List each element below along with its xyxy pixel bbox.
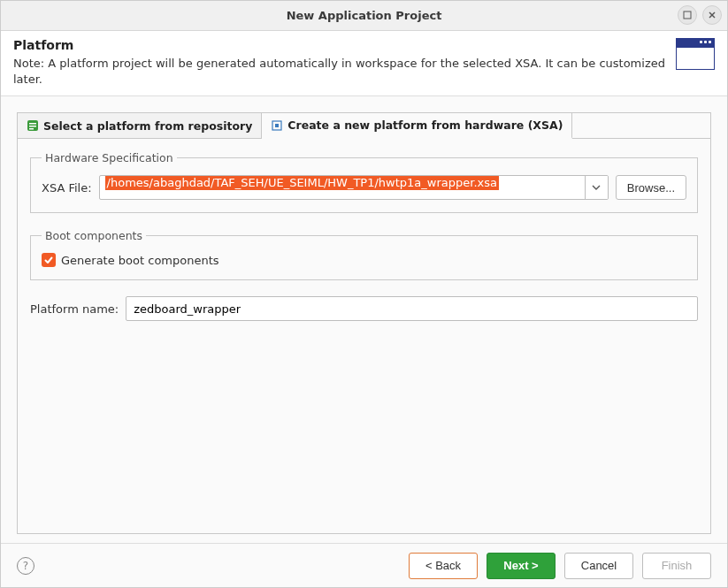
next-button[interactable]: Next >	[487, 553, 556, 579]
page-title: Platform	[13, 38, 667, 52]
back-button[interactable]: < Back	[409, 553, 478, 579]
dialog-window: New Application Project Platform Note: A…	[0, 0, 728, 588]
minimize-icon[interactable]	[678, 5, 697, 25]
generate-boot-checkbox[interactable]	[42, 253, 56, 267]
svg-rect-0	[684, 11, 691, 19]
svg-rect-5	[29, 126, 36, 127]
svg-rect-4	[29, 123, 36, 125]
wizard-banner-icon	[676, 38, 715, 70]
close-icon[interactable]	[702, 5, 722, 25]
platform-name-label: Platform name:	[30, 302, 119, 316]
hardware-spec-group: Hardware Specification XSA File: /homes/…	[30, 151, 698, 213]
cancel-button[interactable]: Cancel	[564, 553, 633, 579]
platform-card: Select a platform from repository Create…	[17, 112, 711, 534]
chevron-down-icon[interactable]	[585, 176, 608, 199]
help-icon[interactable]: ?	[17, 557, 34, 575]
boot-components-group: Boot components Generate boot components	[30, 229, 698, 280]
titlebar-controls	[678, 5, 722, 25]
xsa-file-input[interactable]: /homes/abaghdad/TAF_SEH/UE_SEIML/HW_TP1/…	[100, 176, 585, 199]
page-note: Note: A platform project will be generat…	[13, 56, 667, 87]
titlebar: New Application Project	[1, 1, 727, 31]
wizard-footer: ? < Back Next > Cancel Finish	[1, 543, 727, 587]
hardware-icon	[271, 119, 283, 132]
svg-rect-6	[29, 128, 34, 130]
platform-name-input[interactable]	[126, 296, 698, 321]
tab-select-repository[interactable]: Select a platform from repository	[18, 113, 262, 138]
tab-content: Hardware Specification XSA File: /homes/…	[18, 139, 710, 533]
finish-button: Finish	[642, 553, 711, 579]
wizard-header: Platform Note: A platform project will b…	[1, 31, 727, 96]
wizard-body: Select a platform from repository Create…	[1, 96, 727, 543]
svg-rect-8	[275, 124, 279, 127]
platform-tabs: Select a platform from repository Create…	[18, 113, 710, 139]
xsa-file-label: XSA File:	[42, 181, 92, 195]
repository-icon	[27, 119, 39, 132]
generate-boot-label: Generate boot components	[61, 254, 219, 267]
browse-button[interactable]: Browse...	[616, 175, 686, 200]
tab-label: Create a new platform from hardware (XSA…	[287, 118, 563, 132]
window-title: New Application Project	[287, 9, 442, 22]
tab-create-from-xsa[interactable]: Create a new platform from hardware (XSA…	[262, 113, 572, 139]
group-legend: Boot components	[42, 229, 146, 242]
group-legend: Hardware Specification	[42, 151, 177, 164]
tab-label: Select a platform from repository	[43, 119, 252, 133]
xsa-file-combo[interactable]: /homes/abaghdad/TAF_SEH/UE_SEIML/HW_TP1/…	[99, 175, 609, 200]
